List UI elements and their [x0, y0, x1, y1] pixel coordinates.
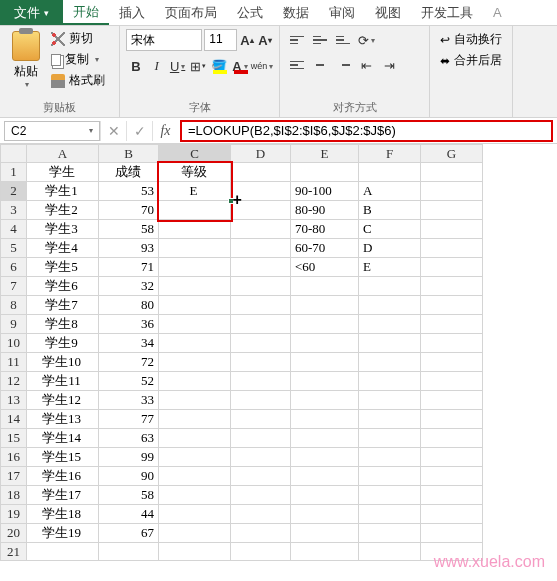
cell-G7[interactable] [421, 277, 483, 296]
wrap-text-button[interactable]: ↩ 自动换行 [436, 30, 506, 49]
phonetic-button[interactable]: wén▾ [251, 55, 273, 77]
tab-7[interactable]: 开发工具 [411, 0, 483, 25]
row-header-14[interactable]: 14 [1, 410, 27, 429]
cell-D16[interactable] [231, 448, 291, 467]
cell-A7[interactable]: 学生6 [27, 277, 99, 296]
underline-button[interactable]: U▾ [168, 55, 188, 77]
tab-1[interactable]: 插入 [109, 0, 155, 25]
cell-C17[interactable] [159, 467, 231, 486]
cell-F7[interactable] [359, 277, 421, 296]
cell-D4[interactable] [231, 220, 291, 239]
align-left-button[interactable] [286, 54, 308, 76]
cell-D6[interactable] [231, 258, 291, 277]
column-header-C[interactable]: C [159, 145, 231, 163]
font-name-select[interactable]: 宋体 [126, 29, 202, 51]
cell-G17[interactable] [421, 467, 483, 486]
row-header-8[interactable]: 8 [1, 296, 27, 315]
cell-E6[interactable]: <60 [291, 258, 359, 277]
cell-D7[interactable] [231, 277, 291, 296]
cell-E1[interactable] [291, 163, 359, 182]
cell-F6[interactable]: E [359, 258, 421, 277]
bold-button[interactable]: B [126, 55, 146, 77]
tabs-overflow[interactable]: A [483, 0, 512, 25]
cell-E21[interactable] [291, 543, 359, 561]
cell-D3[interactable] [231, 201, 291, 220]
cell-F18[interactable] [359, 486, 421, 505]
cell-A12[interactable]: 学生11 [27, 372, 99, 391]
cell-G2[interactable] [421, 182, 483, 201]
cell-D9[interactable] [231, 315, 291, 334]
font-size-select[interactable]: 11 [204, 29, 237, 51]
column-header-F[interactable]: F [359, 145, 421, 163]
cell-B9[interactable]: 36 [99, 315, 159, 334]
decrease-font-button[interactable]: A▾ [257, 29, 273, 51]
row-header-10[interactable]: 10 [1, 334, 27, 353]
cell-B20[interactable]: 67 [99, 524, 159, 543]
accept-formula-button[interactable]: ✓ [126, 121, 152, 141]
row-header-3[interactable]: 3 [1, 201, 27, 220]
cell-A4[interactable]: 学生3 [27, 220, 99, 239]
column-header-E[interactable]: E [291, 145, 359, 163]
cell-E2[interactable]: 90-100 [291, 182, 359, 201]
cell-G16[interactable] [421, 448, 483, 467]
cell-E15[interactable] [291, 429, 359, 448]
cell-B10[interactable]: 34 [99, 334, 159, 353]
cell-G5[interactable] [421, 239, 483, 258]
cell-D10[interactable] [231, 334, 291, 353]
cell-B5[interactable]: 93 [99, 239, 159, 258]
formula-input[interactable]: =LOOKUP(B2,$I$2:$I$6,$J$2:$J$6) [180, 120, 553, 142]
cell-F15[interactable] [359, 429, 421, 448]
cell-A2[interactable]: 学生1 [27, 182, 99, 201]
cell-F9[interactable] [359, 315, 421, 334]
cell-A5[interactable]: 学生4 [27, 239, 99, 258]
cell-A11[interactable]: 学生10 [27, 353, 99, 372]
cell-E17[interactable] [291, 467, 359, 486]
row-header-16[interactable]: 16 [1, 448, 27, 467]
cell-D5[interactable] [231, 239, 291, 258]
cell-F21[interactable] [359, 543, 421, 561]
increase-font-button[interactable]: A▴ [239, 29, 255, 51]
cell-F12[interactable] [359, 372, 421, 391]
cell-F17[interactable] [359, 467, 421, 486]
orientation-button[interactable]: ⟳▾ [355, 29, 377, 51]
cell-A3[interactable]: 学生2 [27, 201, 99, 220]
cell-B11[interactable]: 72 [99, 353, 159, 372]
column-header-A[interactable]: A [27, 145, 99, 163]
tab-0[interactable]: 开始 [63, 0, 109, 25]
cell-A10[interactable]: 学生9 [27, 334, 99, 353]
cell-D15[interactable] [231, 429, 291, 448]
cell-F20[interactable] [359, 524, 421, 543]
cell-B19[interactable]: 44 [99, 505, 159, 524]
cell-D2[interactable] [231, 182, 291, 201]
cell-G8[interactable] [421, 296, 483, 315]
cell-G12[interactable] [421, 372, 483, 391]
column-header-D[interactable]: D [231, 145, 291, 163]
increase-indent-button[interactable]: ⇥ [378, 54, 400, 76]
cell-G14[interactable] [421, 410, 483, 429]
cell-G9[interactable] [421, 315, 483, 334]
select-all-corner[interactable] [1, 145, 27, 163]
align-top-button[interactable] [286, 29, 308, 51]
cell-G15[interactable] [421, 429, 483, 448]
cell-E12[interactable] [291, 372, 359, 391]
cell-D8[interactable] [231, 296, 291, 315]
cell-E20[interactable] [291, 524, 359, 543]
cell-F5[interactable]: D [359, 239, 421, 258]
cell-C11[interactable] [159, 353, 231, 372]
row-header-19[interactable]: 19 [1, 505, 27, 524]
cell-B6[interactable]: 71 [99, 258, 159, 277]
cell-G4[interactable] [421, 220, 483, 239]
format-painter-button[interactable]: 格式刷 [48, 71, 108, 90]
cell-C5[interactable] [159, 239, 231, 258]
row-header-1[interactable]: 1 [1, 163, 27, 182]
cell-A21[interactable] [27, 543, 99, 561]
cell-G19[interactable] [421, 505, 483, 524]
cell-B14[interactable]: 77 [99, 410, 159, 429]
cell-A9[interactable]: 学生8 [27, 315, 99, 334]
cell-E8[interactable] [291, 296, 359, 315]
spreadsheet-grid[interactable]: ABCDEFG1学生成绩等级2学生153E90-100A3学生27080-90B… [0, 144, 557, 561]
cell-F19[interactable] [359, 505, 421, 524]
cell-D18[interactable] [231, 486, 291, 505]
cell-F16[interactable] [359, 448, 421, 467]
row-header-21[interactable]: 21 [1, 543, 27, 561]
